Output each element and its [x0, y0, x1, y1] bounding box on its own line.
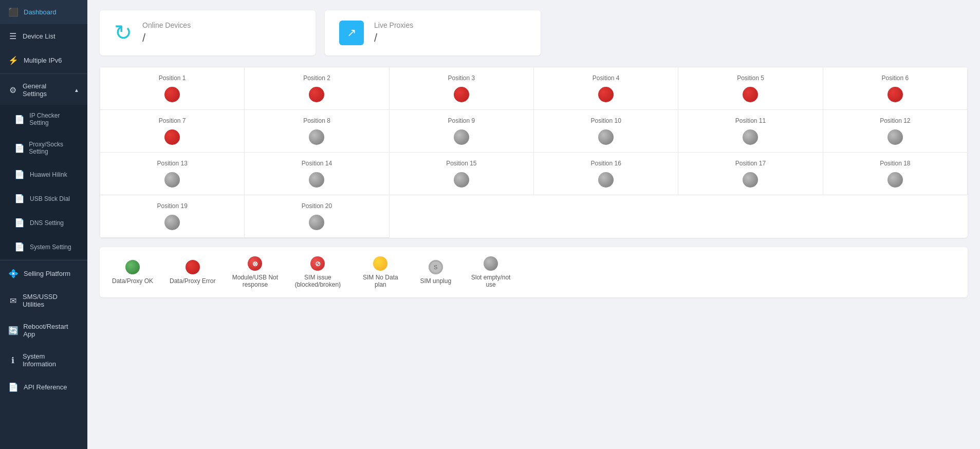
device-cell-label-2: Position 2: [303, 74, 330, 82]
sidebar-item-dashboard[interactable]: ⬛ Dashboard: [0, 0, 87, 24]
device-cell-13[interactable]: Position 13: [100, 153, 245, 195]
status-dot-2: [309, 87, 324, 102]
status-dot-19: [164, 215, 180, 230]
sidebar-item-label: SMS/USSD Utilities: [23, 293, 79, 308]
sidebar-item-usb-stick-dial[interactable]: 📄 USB Stick Dial: [0, 186, 87, 211]
device-cell-label-4: Position 4: [593, 74, 620, 82]
device-cell-5[interactable]: Position 5: [678, 67, 823, 110]
device-cell-label-19: Position 19: [157, 202, 187, 210]
legend-dot-red: [186, 260, 200, 274]
device-cell-20[interactable]: Position 20: [245, 195, 389, 238]
status-dot-10: [598, 129, 614, 145]
sidebar-item-sms-ussd[interactable]: ✉ SMS/USSD Utilities: [0, 286, 87, 315]
sidebar-item-label: Multiple IPv6: [24, 57, 62, 64]
sidebar-item-reboot-restart[interactable]: 🔄 Reboot/Restart App: [0, 315, 87, 345]
status-dot-12: [887, 129, 903, 145]
device-cell-10[interactable]: Position 10: [534, 110, 678, 153]
live-proxies-info: Live Proxies /: [374, 21, 413, 45]
chevron-up-icon: ▲: [74, 87, 79, 93]
legend-label-data-proxy-ok: Data/Proxy OK: [112, 277, 153, 285]
status-dot-17: [743, 172, 758, 188]
device-cell-label-10: Position 10: [590, 117, 621, 124]
device-cell-3[interactable]: Position 3: [390, 67, 534, 110]
sidebar-item-device-list[interactable]: ☰ Device List: [0, 24, 87, 48]
sidebar-item-general-settings[interactable]: ⚙ General Settings ▲: [0, 75, 87, 105]
legend-dot-green: [125, 260, 140, 274]
sidebar-item-huawei-hilink[interactable]: 📄 Huawei Hilink: [0, 162, 87, 186]
sidebar-item-label: Proxy/Socks Setting: [29, 141, 79, 155]
status-dot-9: [454, 129, 469, 145]
device-cell-1[interactable]: Position 1: [100, 67, 245, 110]
api-icon: 📄: [8, 382, 19, 392]
sidebar-item-api-reference[interactable]: 📄 API Reference: [0, 375, 87, 399]
dns-icon: 📄: [14, 218, 25, 228]
device-cell-17[interactable]: Position 17: [678, 153, 823, 195]
main-content: ↻ Online Devices / ↗ Live Proxies / Posi…: [87, 0, 980, 449]
live-proxies-card: ↗ Live Proxies /: [325, 10, 541, 55]
device-cell-label-11: Position 11: [735, 117, 766, 124]
status-dot-8: [309, 129, 324, 145]
sidebar-item-dns-setting[interactable]: 📄 DNS Setting: [0, 211, 87, 235]
live-proxies-value: /: [374, 31, 413, 45]
device-cell-label-17: Position 17: [735, 160, 766, 167]
device-cell-19[interactable]: Position 19: [100, 195, 245, 238]
device-cell-7[interactable]: Position 7: [100, 110, 245, 153]
device-cell-label-9: Position 9: [448, 117, 475, 124]
device-cell-label-15: Position 15: [446, 160, 476, 167]
legend-slot-empty: Slot empty/not use: [468, 256, 514, 288]
device-grid: Position 1Position 2Position 3Position 4…: [100, 67, 968, 238]
settings-icon: ⚙: [8, 85, 17, 95]
online-devices-info: Online Devices /: [142, 21, 191, 45]
status-dot-7: [164, 129, 180, 145]
legend-data-proxy-ok: Data/Proxy OK: [112, 260, 153, 285]
status-dot-4: [598, 87, 614, 102]
status-dot-13: [164, 172, 180, 188]
ipv6-icon: ⚡: [8, 55, 19, 65]
legend-label-sim-issue: SIM issue (blocked/broken): [294, 274, 341, 288]
status-dot-16: [598, 172, 614, 188]
device-cell-label-16: Position 16: [590, 160, 621, 167]
sidebar: ⬛ Dashboard ☰ Device List ⚡ Multiple IPv…: [0, 0, 87, 449]
legend-dot-grayring: S: [429, 260, 443, 274]
legend-sim-unplug: S SIM unplug: [420, 260, 451, 285]
status-dot-18: [887, 172, 903, 188]
sidebar-item-label: Dashboard: [24, 8, 57, 16]
device-cell-label-18: Position 18: [880, 160, 910, 167]
device-cell-8[interactable]: Position 8: [245, 110, 389, 153]
legend-label-sim-no-data: SIM No Data plan: [357, 274, 403, 288]
device-cell-14[interactable]: Position 14: [245, 153, 389, 195]
device-cell-11[interactable]: Position 11: [678, 110, 823, 153]
status-dot-15: [454, 172, 469, 188]
online-devices-value: /: [142, 31, 191, 45]
device-cell-15[interactable]: Position 15: [390, 153, 534, 195]
device-cell-9[interactable]: Position 9: [390, 110, 534, 153]
online-devices-card: ↻ Online Devices /: [100, 10, 316, 55]
device-cell-label-3: Position 3: [448, 74, 475, 82]
device-cell-label-20: Position 20: [302, 202, 332, 210]
device-list-icon: ☰: [8, 31, 17, 41]
sidebar-item-ip-checker[interactable]: 📄 IP Checker Setting: [0, 105, 87, 134]
sidebar-item-system-setting[interactable]: 📄 System Setting: [0, 235, 87, 259]
legend-module-usb: ⊗ Module/USB Not response: [232, 256, 278, 288]
device-cell-4[interactable]: Position 4: [534, 67, 678, 110]
sidebar-item-label: DNS Setting: [30, 219, 64, 227]
status-dot-1: [164, 87, 180, 102]
status-dot-11: [743, 129, 758, 145]
device-cell-18[interactable]: Position 18: [823, 153, 968, 195]
sidebar-item-label: Selling Platform: [24, 270, 70, 277]
sidebar-item-proxy-socks[interactable]: 📄 Proxy/Socks Setting: [0, 134, 87, 162]
device-cell-2[interactable]: Position 2: [245, 67, 389, 110]
sidebar-item-selling-platform[interactable]: 💠 Selling Platform: [0, 261, 87, 286]
device-cell-12[interactable]: Position 12: [823, 110, 968, 153]
sidebar-item-system-info[interactable]: ℹ System Information: [0, 345, 87, 375]
status-dot-5: [743, 87, 758, 102]
legend-label-module-usb: Module/USB Not response: [232, 274, 278, 288]
device-cell-label-7: Position 7: [159, 117, 186, 124]
sidebar-item-label: General Settings: [23, 82, 69, 98]
device-cell-6[interactable]: Position 6: [823, 67, 968, 110]
device-cell-16[interactable]: Position 16: [534, 153, 678, 195]
sidebar-item-multiple-ipv6[interactable]: ⚡ Multiple IPv6: [0, 48, 87, 72]
sidebar-item-label: Reboot/Restart App: [23, 323, 79, 338]
legend-dot-module: ⊗: [248, 256, 262, 271]
huawei-icon: 📄: [14, 170, 25, 179]
